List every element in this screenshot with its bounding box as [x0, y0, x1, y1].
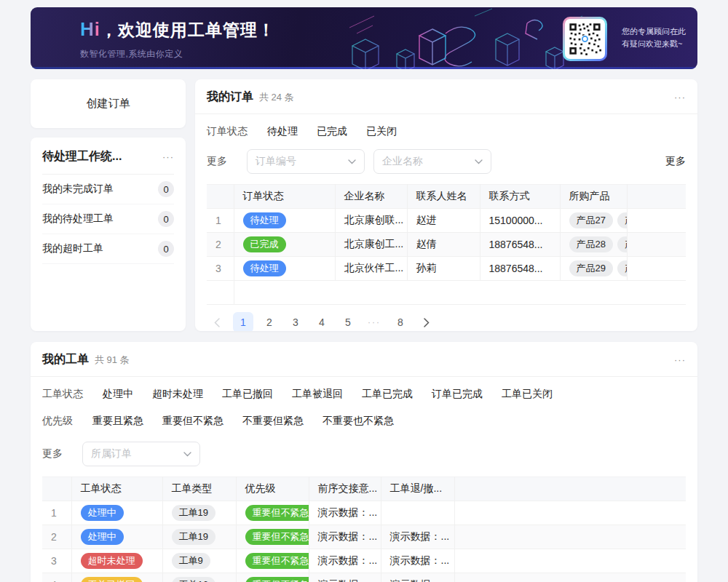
page-ellipsis-icon[interactable]: ···: [364, 312, 384, 331]
my-tickets-card: 我的工单 共 91 条 ··· 工单状态 处理中 超时未处理 工单已撤回 工单被…: [31, 342, 697, 582]
table-row[interactable]: 2 已完成 北京康创工... 赵倩 18876548... 产品28产: [207, 233, 686, 257]
row-index: 3: [42, 549, 71, 573]
banner-title: Hi，欢迎使用工单管理！: [80, 18, 275, 41]
status-badge: 待处理: [243, 212, 286, 228]
priority-option-4[interactable]: 不重要也不紧急: [323, 415, 394, 428]
qr-caption: 您的专属顾问在此 有疑问欢迎来戳~: [622, 25, 686, 50]
note-cell: 演示数据：...: [381, 573, 454, 582]
filter-option-closed[interactable]: 已关闭: [366, 125, 397, 138]
priority-option-3[interactable]: 不重要但紧急: [242, 415, 304, 428]
row-index: 2: [207, 233, 234, 257]
more-options-icon[interactable]: ···: [674, 354, 686, 365]
divider: [31, 376, 697, 377]
filter-option-pending[interactable]: 待处理: [267, 125, 298, 138]
products-cell: 产品29产: [560, 257, 627, 281]
row-index: 1: [207, 209, 234, 233]
table-row[interactable]: 3 超时未处理 工单9 重要但不紧急 演示数据：... 演示数据：...: [42, 549, 686, 573]
products-cell: 产品27产: [560, 209, 627, 233]
priority-badge: 重要但不紧急: [245, 577, 309, 582]
page-button-4[interactable]: 4: [312, 312, 332, 331]
column-header: 联系人姓名: [407, 185, 480, 209]
stat-row-pending-tickets[interactable]: 我的待处理工单 0: [42, 204, 174, 234]
table-row[interactable]: 1 待处理 北京康创联... 赵进 15100000... 产品27产: [207, 209, 686, 233]
page-button-1[interactable]: 1: [233, 312, 253, 331]
filter-option-order-done[interactable]: 订单已完成: [432, 388, 483, 401]
prev-page-icon[interactable]: [207, 312, 227, 331]
note-cell: 演示数据：...: [309, 525, 381, 549]
column-header: 订单状态: [234, 185, 335, 209]
page-button-5[interactable]: 5: [338, 312, 358, 331]
next-page-icon[interactable]: [416, 312, 437, 331]
divider: [195, 113, 697, 114]
row-index: 1: [42, 501, 71, 525]
note-cell: 演示数据：...: [309, 549, 381, 573]
row-index: 4: [42, 573, 71, 582]
ticket-type-tag: 工单19: [172, 529, 215, 545]
more-options-icon[interactable]: ···: [162, 151, 174, 162]
stat-row-overtime-tickets[interactable]: 我的超时工单 0: [42, 234, 174, 264]
page-button-8[interactable]: 8: [390, 312, 411, 331]
parent-order-select[interactable]: 所属订单: [82, 442, 200, 466]
filter-option-processing[interactable]: 处理中: [103, 388, 133, 401]
tickets-count: 共 91 条: [95, 354, 130, 367]
row-index: 3: [207, 257, 234, 281]
create-order-button[interactable]: 创建订单: [31, 79, 186, 128]
more-options-icon[interactable]: ···: [674, 92, 686, 103]
count-badge: 0: [158, 241, 174, 257]
ticket-type-tag: 工单9: [172, 553, 210, 569]
contact-cell: 赵倩: [407, 233, 480, 257]
contact-cell: 孙莉: [407, 257, 480, 281]
empty-table-row: [207, 281, 686, 305]
status-badge: 已完成: [243, 236, 286, 252]
page-button-3[interactable]: 3: [285, 312, 306, 331]
count-badge: 0: [158, 211, 174, 227]
table-row[interactable]: 2 处理中 工单19 重要但不紧急 演示数据：... 演示数据：...: [42, 525, 686, 549]
priority-badge: 重要但不紧急: [245, 553, 309, 569]
column-header: 优先级: [236, 477, 309, 501]
chevron-down-icon: [183, 452, 191, 457]
company-cell: 北京康创联...: [335, 209, 407, 233]
company-name-select[interactable]: 企业名称: [373, 149, 491, 174]
status-badge: 处理中: [81, 529, 124, 545]
my-orders-card: 我的订单 共 24 条 ··· 订单状态 待处理 已完成 已关闭 更多 订单编号…: [195, 79, 697, 331]
priority-option-2[interactable]: 重要但不紧急: [162, 415, 223, 428]
table-row[interactable]: 4 工单已撤回 工单16 重要但不紧急 演示数据：... 演示数据：...: [42, 573, 686, 582]
column-header: 所购产品: [560, 185, 627, 209]
banner-hi-text: Hi: [80, 18, 100, 40]
priority-option-1[interactable]: 重要且紧急: [92, 415, 143, 428]
stat-row-unfinished-orders[interactable]: 我的未完成订单 0: [42, 175, 174, 204]
filter-option-completed[interactable]: 已完成: [317, 125, 347, 138]
empty-cell: [454, 573, 686, 582]
banner-title-rest: ，欢迎使用工单管理！: [100, 20, 275, 39]
column-header: 工单状态: [71, 477, 162, 501]
empty-column-header: [627, 185, 686, 209]
filter-option-ticket-closed[interactable]: 工单已关闭: [502, 388, 553, 401]
table-row[interactable]: 3 待处理 北京伙伴工... 孙莉 18876548... 产品29产: [207, 257, 686, 281]
priority-badge: 重要但不紧急: [245, 529, 309, 545]
page-button-2[interactable]: 2: [259, 312, 280, 331]
order-number-select[interactable]: 订单编号: [247, 149, 365, 174]
table-row[interactable]: 1 处理中 工单19 重要但不紧急 演示数据：...: [42, 501, 686, 525]
more-link[interactable]: 更多: [665, 155, 686, 168]
stat-label: 我的待处理工单: [42, 212, 114, 226]
column-header: 前序交接意...: [309, 477, 381, 501]
chevron-down-icon: [475, 159, 483, 164]
column-header: 联系方式: [480, 185, 560, 209]
tickets-table: 工单状态 工单类型 优先级 前序交接意... 工单退/撤... 1 处理中 工单…: [42, 477, 686, 582]
phone-cell: 18876548...: [480, 257, 560, 281]
more-filters-label: 更多: [207, 155, 227, 168]
select-placeholder: 所属订单: [91, 447, 132, 461]
banner-isometric-art: [336, 7, 584, 69]
filter-option-withdrawn[interactable]: 工单已撤回: [222, 388, 273, 401]
banner-subtitle: 数智化管理,系统由你定义: [80, 48, 275, 60]
row-index: 2: [42, 525, 71, 549]
stat-label: 我的未完成订单: [42, 183, 114, 196]
note-cell: [381, 501, 454, 525]
product-tag: 产品29: [569, 260, 613, 276]
more-filters-label: 更多: [42, 447, 63, 461]
filter-option-overtime[interactable]: 超时未处理: [152, 388, 203, 401]
filter-option-ticket-done[interactable]: 工单已完成: [362, 388, 413, 401]
filter-option-returned[interactable]: 工单被退回: [292, 388, 343, 401]
phone-cell: 15100000...: [480, 209, 560, 233]
empty-cell: [454, 549, 686, 573]
